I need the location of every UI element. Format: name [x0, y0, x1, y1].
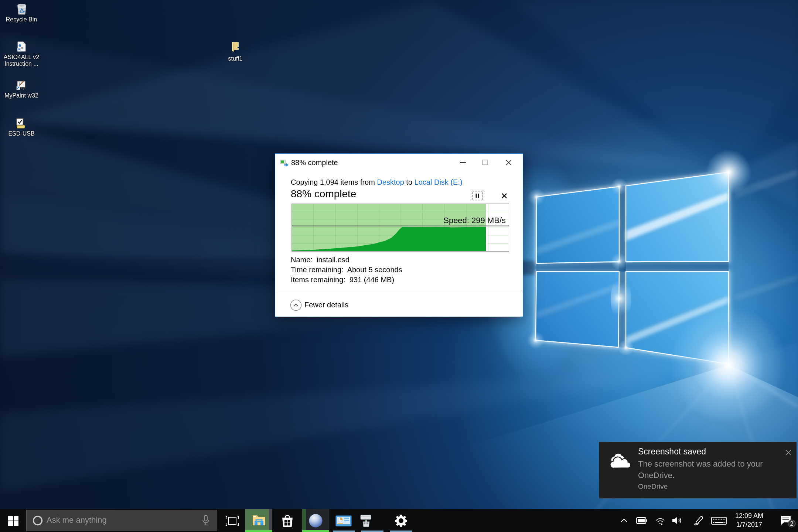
svg-text:df: df: [21, 47, 23, 49]
svg-text:Speed: 299 MB/s: Speed: 299 MB/s: [443, 216, 506, 225]
svg-text:2: 2: [790, 521, 794, 527]
